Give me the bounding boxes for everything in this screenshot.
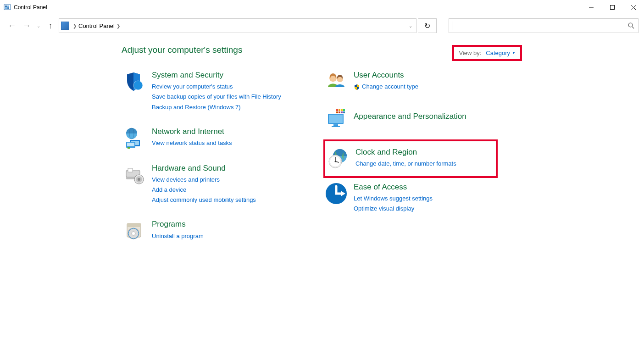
svg-rect-2 <box>7 6 9 7</box>
svg-rect-46 <box>336 111 338 113</box>
category-link[interactable]: Change account type <box>354 82 418 92</box>
svg-point-55 <box>335 161 336 162</box>
category-link[interactable]: Let Windows suggest settings <box>354 194 433 204</box>
breadcrumb-separator[interactable]: ❯ <box>73 23 77 28</box>
svg-rect-40 <box>333 124 338 126</box>
svg-rect-4 <box>7 7 9 9</box>
svg-point-9 <box>628 23 633 27</box>
close-button[interactable] <box>623 0 644 15</box>
category-title[interactable]: Network and Internet <box>152 127 232 136</box>
svg-rect-44 <box>341 109 343 111</box>
svg-rect-45 <box>343 109 345 111</box>
forward-button[interactable]: → <box>20 19 33 32</box>
category-link[interactable]: Change date, time, or number formats <box>355 159 456 169</box>
category-link[interactable]: Review your computer's status <box>152 82 281 92</box>
category-title[interactable]: Clock and Region <box>355 148 456 157</box>
category-title[interactable]: System and Security <box>152 71 281 80</box>
category-title[interactable]: Hardware and Sound <box>152 164 256 173</box>
search-icon <box>628 22 634 29</box>
svg-line-10 <box>632 27 634 28</box>
address-icon <box>61 22 69 30</box>
category-link[interactable]: View devices and printers <box>152 175 256 185</box>
category-link[interactable]: Optimize visual display <box>354 204 433 214</box>
address-bar[interactable]: ❯ Control Panel ❯ ⌄ <box>59 18 416 33</box>
svg-point-25 <box>138 178 140 181</box>
svg-point-37 <box>338 77 343 82</box>
uac-shield-icon <box>354 84 360 90</box>
category-clock-region: Clock and Region Change date, time, or n… <box>323 139 498 178</box>
view-by-label: View by: <box>459 50 481 56</box>
svg-rect-1 <box>5 6 7 7</box>
page-heading: Adjust your computer's settings <box>122 45 644 55</box>
right-column: User Accounts Change account type <box>323 69 498 255</box>
category-title[interactable]: Appearance and Personalization <box>354 112 466 121</box>
svg-rect-3 <box>5 7 7 9</box>
users-icon[interactable] <box>325 71 347 93</box>
category-link[interactable]: Add a device <box>152 185 256 195</box>
address-dropdown[interactable]: ⌄ <box>409 23 414 28</box>
dropdown-triangle-icon: ▼ <box>512 51 516 55</box>
svg-rect-27 <box>127 223 141 227</box>
network-icon[interactable] <box>123 127 145 149</box>
svg-rect-0 <box>4 5 11 10</box>
svg-rect-48 <box>341 111 343 113</box>
search-input[interactable] <box>449 18 638 33</box>
svg-rect-18 <box>127 143 134 146</box>
minimize-button[interactable] <box>581 0 602 15</box>
breadcrumb-text[interactable]: Control Panel <box>78 22 115 29</box>
titlebar-left: Control Panel <box>4 4 47 11</box>
category-ease-of-access: Ease of Access Let Windows suggest setti… <box>323 181 498 216</box>
category-user-accounts: User Accounts Change account type <box>323 69 498 94</box>
clock-icon[interactable] <box>327 148 349 170</box>
category-link[interactable]: Uninstall a program <box>152 231 204 241</box>
category-network-internet: Network and Internet View network status… <box>122 125 296 151</box>
navigation-bar: ← → ⌄ ↑ ❯ Control Panel ❯ ⌄ ↻ <box>0 15 644 37</box>
svg-point-31 <box>132 232 135 235</box>
category-hardware-sound: Hardware and Sound View devices and prin… <box>122 162 296 207</box>
svg-rect-43 <box>339 109 340 111</box>
category-appearance-personalization: Appearance and Personalization <box>323 106 498 131</box>
category-system-security: System and Security Review your computer… <box>122 69 296 114</box>
breadcrumb-separator[interactable]: ❯ <box>117 23 120 28</box>
svg-rect-19 <box>128 147 130 149</box>
window-title: Control Panel <box>14 4 47 11</box>
category-title[interactable]: Programs <box>152 220 204 229</box>
svg-rect-6 <box>611 6 615 10</box>
window-controls <box>581 0 644 15</box>
category-link[interactable]: Save backup copies of your files with Fi… <box>152 92 281 102</box>
svg-rect-49 <box>343 111 345 113</box>
svg-point-34 <box>330 76 336 81</box>
category-link[interactable]: View network status and tasks <box>152 138 232 148</box>
programs-icon[interactable] <box>123 220 145 242</box>
svg-rect-41 <box>332 126 340 127</box>
app-icon <box>4 4 11 11</box>
recent-dropdown[interactable]: ⌄ <box>35 19 42 32</box>
appearance-icon[interactable] <box>325 107 347 129</box>
content-area: Adjust your computer's settings View by:… <box>0 37 644 255</box>
category-title[interactable]: Ease of Access <box>354 183 433 192</box>
svg-rect-42 <box>336 109 338 111</box>
ease-icon[interactable] <box>325 183 347 205</box>
left-column: System and Security Review your computer… <box>122 69 296 255</box>
refresh-button[interactable]: ↻ <box>418 18 437 33</box>
maximize-button[interactable] <box>602 0 623 15</box>
svg-rect-39 <box>329 115 343 123</box>
text-cursor <box>453 22 453 30</box>
category-columns: System and Security Review your computer… <box>122 69 644 255</box>
back-button[interactable]: ← <box>6 19 18 32</box>
view-by-selector[interactable]: View by: Category ▼ <box>452 45 522 61</box>
hardware-icon[interactable] <box>123 164 145 186</box>
up-button[interactable]: ↑ <box>44 19 57 32</box>
svg-rect-22 <box>128 168 133 172</box>
category-link[interactable]: Backup and Restore (Windows 7) <box>152 102 281 112</box>
category-programs: Programs Uninstall a program <box>122 218 296 244</box>
svg-rect-47 <box>339 111 340 113</box>
view-by-value[interactable]: Category ▼ <box>486 50 516 56</box>
category-link[interactable]: Adjust commonly used mobility settings <box>152 195 256 205</box>
shield-icon[interactable] <box>123 71 145 93</box>
window-titlebar: Control Panel <box>0 0 644 15</box>
category-title[interactable]: User Accounts <box>354 71 418 80</box>
